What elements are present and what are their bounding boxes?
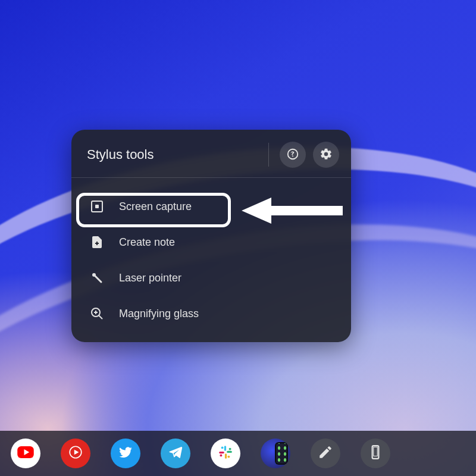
- shelf-stylus-tools-button[interactable]: [311, 439, 340, 468]
- svg-rect-7: [227, 451, 232, 453]
- svg-rect-1: [95, 205, 99, 208]
- shelf-window-preview[interactable]: [261, 439, 290, 468]
- telegram-icon: [168, 444, 183, 462]
- shelf-app-youtube-music[interactable]: [61, 439, 90, 468]
- menu-item-label: Create note: [119, 236, 175, 249]
- svg-point-10: [221, 446, 224, 449]
- shelf-app-youtube[interactable]: [11, 439, 40, 468]
- panel-header: Stylus tools: [71, 130, 351, 177]
- header-divider: [268, 143, 269, 167]
- youtube-music-icon: [68, 444, 83, 462]
- svg-point-13: [220, 454, 222, 456]
- gear-icon: [320, 148, 333, 162]
- svg-point-11: [229, 448, 231, 450]
- shelf-app-telegram[interactable]: [161, 439, 190, 468]
- stylus-icon: [318, 444, 333, 462]
- menu-item-label: Screen capture: [119, 201, 192, 213]
- panel-separator: [71, 177, 351, 178]
- menu-item-create-note[interactable]: Create note: [81, 224, 342, 260]
- menu-item-label: Magnifying glass: [119, 308, 199, 320]
- svg-point-12: [227, 456, 230, 458]
- help-icon: [286, 148, 299, 162]
- phone-hub-icon: [368, 444, 383, 462]
- menu-item-screen-capture[interactable]: Screen capture: [81, 189, 342, 224]
- stylus-tools-menu: Screen capture Create note Laser pointer…: [71, 183, 351, 334]
- svg-rect-8: [225, 453, 227, 459]
- menu-item-magnifying-glass[interactable]: Magnifying glass: [81, 296, 342, 331]
- svg-rect-15: [374, 447, 378, 456]
- shelf-app-twitter[interactable]: [111, 439, 140, 468]
- youtube-icon: [17, 443, 35, 464]
- shelf-taskbar: [0, 431, 476, 476]
- slack-icon: [218, 444, 233, 462]
- settings-button[interactable]: [313, 142, 339, 168]
- svg-rect-6: [224, 446, 226, 451]
- screen-capture-icon: [89, 199, 105, 214]
- shelf-phone-hub-button[interactable]: [361, 439, 390, 468]
- twitter-icon: [118, 444, 133, 462]
- laser-pointer-icon: [89, 270, 105, 286]
- svg-rect-14: [372, 446, 379, 459]
- magnifying-glass-icon: [89, 306, 105, 321]
- help-button[interactable]: [280, 142, 306, 168]
- stylus-tools-panel: Stylus tools Screen capture Create note: [71, 130, 351, 342]
- svg-rect-9: [219, 452, 224, 453]
- shelf-app-slack[interactable]: [211, 439, 240, 468]
- create-note-icon: [89, 234, 105, 250]
- menu-item-label: Laser pointer: [119, 272, 181, 284]
- panel-title: Stylus tools: [87, 147, 262, 162]
- menu-item-laser-pointer[interactable]: Laser pointer: [81, 260, 342, 296]
